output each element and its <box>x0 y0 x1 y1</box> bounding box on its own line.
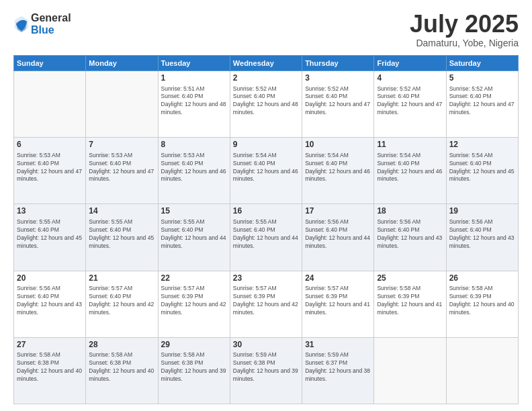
day-info: Sunrise: 5:57 AM Sunset: 6:39 PM Dayligh… <box>305 285 371 317</box>
day-info: Sunrise: 5:58 AM Sunset: 6:38 PM Dayligh… <box>17 351 83 383</box>
table-row: 25Sunrise: 5:58 AM Sunset: 6:39 PM Dayli… <box>374 271 446 337</box>
col-wednesday: Wednesday <box>230 56 302 71</box>
day-info: Sunrise: 5:55 AM Sunset: 6:40 PM Dayligh… <box>89 218 154 250</box>
day-number: 19 <box>449 206 515 217</box>
table-row: 6Sunrise: 5:53 AM Sunset: 6:40 PM Daylig… <box>14 138 86 204</box>
day-number: 10 <box>305 140 371 150</box>
table-row: 29Sunrise: 5:58 AM Sunset: 6:38 PM Dayli… <box>158 337 230 404</box>
table-row: 31Sunrise: 5:59 AM Sunset: 6:37 PM Dayli… <box>302 337 374 404</box>
table-row: 4Sunrise: 5:52 AM Sunset: 6:40 PM Daylig… <box>374 71 446 138</box>
table-row: 16Sunrise: 5:55 AM Sunset: 6:40 PM Dayli… <box>230 204 302 271</box>
day-number: 2 <box>233 73 299 84</box>
col-tuesday: Tuesday <box>158 56 230 71</box>
table-row: 21Sunrise: 5:57 AM Sunset: 6:40 PM Dayli… <box>86 271 158 337</box>
page: General Blue July 2025 Damaturu, Yobe, N… <box>0 0 532 411</box>
calendar-week-5: 27Sunrise: 5:58 AM Sunset: 6:38 PM Dayli… <box>14 337 519 404</box>
day-number: 20 <box>17 273 83 284</box>
table-row <box>86 71 158 138</box>
day-info: Sunrise: 5:54 AM Sunset: 6:40 PM Dayligh… <box>233 152 299 184</box>
day-info: Sunrise: 5:59 AM Sunset: 6:38 PM Dayligh… <box>233 351 299 383</box>
table-row: 14Sunrise: 5:55 AM Sunset: 6:40 PM Dayli… <box>86 204 158 271</box>
day-info: Sunrise: 5:53 AM Sunset: 6:40 PM Dayligh… <box>17 152 83 184</box>
col-thursday: Thursday <box>302 56 374 71</box>
col-friday: Friday <box>374 56 446 71</box>
day-number: 8 <box>161 140 227 150</box>
title-block: July 2025 Damaturu, Yobe, Nigeria <box>410 12 519 48</box>
calendar-week-3: 13Sunrise: 5:55 AM Sunset: 6:40 PM Dayli… <box>14 204 519 271</box>
day-number: 6 <box>17 140 83 150</box>
day-info: Sunrise: 5:51 AM Sunset: 6:40 PM Dayligh… <box>161 85 227 118</box>
day-info: Sunrise: 5:58 AM Sunset: 6:39 PM Dayligh… <box>449 285 515 317</box>
day-info: Sunrise: 5:57 AM Sunset: 6:39 PM Dayligh… <box>161 285 227 317</box>
month-title: July 2025 <box>410 12 519 36</box>
table-row: 2Sunrise: 5:52 AM Sunset: 6:40 PM Daylig… <box>230 71 302 138</box>
table-row: 11Sunrise: 5:54 AM Sunset: 6:40 PM Dayli… <box>374 138 446 204</box>
table-row: 23Sunrise: 5:57 AM Sunset: 6:39 PM Dayli… <box>230 271 302 337</box>
table-row: 27Sunrise: 5:58 AM Sunset: 6:38 PM Dayli… <box>14 337 86 404</box>
day-info: Sunrise: 5:56 AM Sunset: 6:40 PM Dayligh… <box>17 285 83 317</box>
day-number: 11 <box>377 140 443 150</box>
day-info: Sunrise: 5:54 AM Sunset: 6:40 PM Dayligh… <box>305 152 371 184</box>
day-info: Sunrise: 5:54 AM Sunset: 6:40 PM Dayligh… <box>377 152 443 184</box>
day-number: 30 <box>233 340 299 351</box>
table-row: 17Sunrise: 5:56 AM Sunset: 6:40 PM Dayli… <box>302 204 374 271</box>
day-number: 15 <box>161 206 227 217</box>
table-row: 18Sunrise: 5:56 AM Sunset: 6:40 PM Dayli… <box>374 204 446 271</box>
day-info: Sunrise: 5:58 AM Sunset: 6:38 PM Dayligh… <box>89 351 154 383</box>
day-number: 18 <box>377 206 443 217</box>
day-info: Sunrise: 5:52 AM Sunset: 6:40 PM Dayligh… <box>233 85 299 118</box>
table-row: 10Sunrise: 5:54 AM Sunset: 6:40 PM Dayli… <box>302 138 374 204</box>
logo-icon <box>13 15 30 34</box>
day-info: Sunrise: 5:53 AM Sunset: 6:40 PM Dayligh… <box>89 152 154 184</box>
calendar-header-row: Sunday Monday Tuesday Wednesday Thursday… <box>14 56 519 71</box>
day-number: 21 <box>89 273 154 284</box>
col-saturday: Saturday <box>446 56 518 71</box>
col-monday: Monday <box>86 56 158 71</box>
day-info: Sunrise: 5:52 AM Sunset: 6:40 PM Dayligh… <box>449 85 515 118</box>
day-info: Sunrise: 5:59 AM Sunset: 6:37 PM Dayligh… <box>305 351 371 383</box>
table-row <box>446 337 518 404</box>
day-number: 28 <box>89 340 154 351</box>
day-number: 3 <box>305 73 371 84</box>
table-row: 9Sunrise: 5:54 AM Sunset: 6:40 PM Daylig… <box>230 138 302 204</box>
table-row: 7Sunrise: 5:53 AM Sunset: 6:40 PM Daylig… <box>86 138 158 204</box>
day-info: Sunrise: 5:52 AM Sunset: 6:40 PM Dayligh… <box>377 85 443 118</box>
day-number: 5 <box>449 73 515 84</box>
day-number: 7 <box>89 140 154 150</box>
day-info: Sunrise: 5:57 AM Sunset: 6:40 PM Dayligh… <box>89 285 154 317</box>
calendar-week-4: 20Sunrise: 5:56 AM Sunset: 6:40 PM Dayli… <box>14 271 519 337</box>
table-row <box>374 337 446 404</box>
table-row: 30Sunrise: 5:59 AM Sunset: 6:38 PM Dayli… <box>230 337 302 404</box>
day-info: Sunrise: 5:56 AM Sunset: 6:40 PM Dayligh… <box>449 218 515 250</box>
day-info: Sunrise: 5:58 AM Sunset: 6:39 PM Dayligh… <box>377 285 443 317</box>
location: Damaturu, Yobe, Nigeria <box>410 38 519 48</box>
day-number: 1 <box>161 73 227 84</box>
day-number: 27 <box>17 340 83 351</box>
day-number: 9 <box>233 140 299 150</box>
logo-blue-text: Blue <box>31 24 71 36</box>
table-row: 22Sunrise: 5:57 AM Sunset: 6:39 PM Dayli… <box>158 271 230 337</box>
calendar-week-2: 6Sunrise: 5:53 AM Sunset: 6:40 PM Daylig… <box>14 138 519 204</box>
calendar: Sunday Monday Tuesday Wednesday Thursday… <box>13 55 519 404</box>
day-info: Sunrise: 5:54 AM Sunset: 6:40 PM Dayligh… <box>449 152 515 184</box>
day-number: 14 <box>89 206 154 217</box>
table-row: 26Sunrise: 5:58 AM Sunset: 6:39 PM Dayli… <box>446 271 518 337</box>
logo-text: General Blue <box>31 12 71 36</box>
logo: General Blue <box>13 12 71 36</box>
day-info: Sunrise: 5:55 AM Sunset: 6:40 PM Dayligh… <box>17 218 83 250</box>
day-number: 31 <box>305 340 371 351</box>
day-info: Sunrise: 5:56 AM Sunset: 6:40 PM Dayligh… <box>305 218 371 250</box>
day-number: 16 <box>233 206 299 217</box>
table-row: 19Sunrise: 5:56 AM Sunset: 6:40 PM Dayli… <box>446 204 518 271</box>
header: General Blue July 2025 Damaturu, Yobe, N… <box>13 12 519 48</box>
day-info: Sunrise: 5:58 AM Sunset: 6:38 PM Dayligh… <box>161 351 227 383</box>
day-info: Sunrise: 5:52 AM Sunset: 6:40 PM Dayligh… <box>305 85 371 118</box>
table-row: 12Sunrise: 5:54 AM Sunset: 6:40 PM Dayli… <box>446 138 518 204</box>
day-info: Sunrise: 5:57 AM Sunset: 6:39 PM Dayligh… <box>233 285 299 317</box>
calendar-week-1: 1Sunrise: 5:51 AM Sunset: 6:40 PM Daylig… <box>14 71 519 138</box>
table-row: 1Sunrise: 5:51 AM Sunset: 6:40 PM Daylig… <box>158 71 230 138</box>
table-row: 15Sunrise: 5:55 AM Sunset: 6:40 PM Dayli… <box>158 204 230 271</box>
day-number: 22 <box>161 273 227 284</box>
logo-general-text: General <box>31 12 71 24</box>
table-row: 24Sunrise: 5:57 AM Sunset: 6:39 PM Dayli… <box>302 271 374 337</box>
